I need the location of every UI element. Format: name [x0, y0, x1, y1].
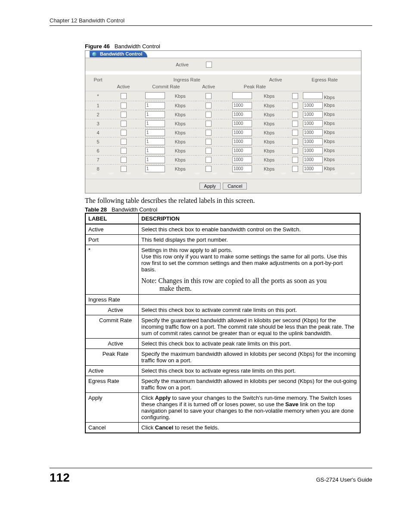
ingress-active-checkbox[interactable] — [121, 148, 127, 154]
col-port: Port — [85, 75, 111, 83]
peak-rate-input[interactable]: 1000 — [232, 165, 252, 172]
peak-rate-input[interactable] — [232, 92, 252, 99]
egress-active-checkbox[interactable] — [292, 166, 298, 172]
peak-rate-input[interactable]: 1000 — [232, 147, 252, 154]
port-row: 81Kbps1000Kbps1000 Kbps — [85, 165, 361, 174]
egress-rate-input[interactable]: 1000 — [303, 156, 323, 163]
table-caption: Table 28 Bandwidth Control — [85, 206, 372, 213]
peak-rate-input[interactable]: 1000 — [232, 111, 252, 118]
peak-rate-input[interactable]: 1000 — [232, 156, 252, 163]
ingress-active-checkbox[interactable] — [121, 93, 127, 99]
egress-active-checkbox[interactable] — [292, 93, 298, 99]
row-cancel-d: Click Cancel to reset the fields. — [139, 423, 361, 433]
port-cell: * — [85, 91, 111, 101]
peak-rate-input[interactable]: 1000 — [232, 102, 252, 109]
egress-active-checkbox[interactable] — [292, 121, 298, 127]
port-cell: 2 — [85, 110, 111, 119]
commit-rate-input[interactable]: 1 — [145, 147, 165, 154]
unit-kbps: Kbps — [174, 137, 196, 146]
tab-bandwidth-control[interactable]: Bandwidth Control — [90, 51, 147, 57]
apply-button[interactable]: Apply — [199, 183, 221, 190]
unit-kbps: Kbps — [324, 157, 335, 162]
row-egress-d: Specify the maximum bandwidth allowed in… — [139, 376, 361, 393]
peak-active-checkbox[interactable] — [206, 112, 212, 118]
commit-rate-input[interactable]: 1 — [145, 120, 165, 127]
egress-rate-input[interactable]: 1000 — [303, 102, 323, 109]
commit-rate-input[interactable]: 1 — [145, 156, 165, 163]
row-active4-d: Select this check box to activate egress… — [139, 366, 361, 376]
col-commit: Commit Rate — [136, 83, 196, 91]
global-active-row: Active — [85, 58, 361, 72]
row-cancel-l: Cancel — [85, 423, 139, 433]
egress-rate-input[interactable]: 1000 — [303, 129, 323, 136]
row-star-l: * — [85, 245, 139, 295]
port-cell: 7 — [85, 156, 111, 165]
commit-rate-input[interactable]: 1 — [145, 111, 165, 118]
egress-active-checkbox[interactable] — [292, 148, 298, 154]
peak-rate-input[interactable]: 1000 — [232, 138, 252, 145]
peak-active-checkbox[interactable] — [206, 166, 212, 172]
unit-kbps: Kbps — [263, 156, 288, 165]
commit-rate-input[interactable]: 1 — [145, 165, 165, 172]
egress-rate-input[interactable] — [303, 92, 323, 99]
egress-active-checkbox[interactable] — [292, 103, 298, 109]
ingress-active-checkbox[interactable] — [121, 166, 127, 172]
peak-active-checkbox[interactable] — [206, 103, 212, 109]
peak-active-checkbox[interactable] — [206, 157, 212, 163]
row-commit-l: Commit Rate — [85, 315, 139, 339]
commit-rate-input[interactable]: 1 — [145, 102, 165, 109]
row-egress-l: Egress Rate — [85, 376, 139, 393]
egress-rate-input[interactable]: 1000 — [303, 138, 323, 145]
egress-active-checkbox[interactable] — [292, 130, 298, 136]
guide-name: GS-2724 User's Guide — [316, 476, 372, 483]
ingress-active-checkbox[interactable] — [121, 139, 127, 145]
unit-kbps: Kbps — [324, 148, 335, 153]
port-row: 21Kbps1000Kbps1000 Kbps — [85, 110, 361, 119]
row-star-text: Settings in this row apply to all ports.… — [141, 247, 347, 273]
peak-active-checkbox[interactable] — [206, 121, 212, 127]
ingress-active-checkbox[interactable] — [121, 103, 127, 109]
port-row: 61Kbps1000Kbps1000 Kbps — [85, 146, 361, 156]
ingress-active-checkbox[interactable] — [121, 157, 127, 163]
unit-kbps: Kbps — [263, 101, 288, 110]
unit-kbps: Kbps — [324, 103, 335, 108]
egress-rate-input[interactable]: 1000 — [303, 147, 323, 154]
egress-active-checkbox[interactable] — [292, 112, 298, 118]
egress-rate-input[interactable]: 1000 — [303, 120, 323, 127]
peak-active-checkbox[interactable] — [206, 148, 212, 154]
egress-active-checkbox[interactable] — [292, 139, 298, 145]
unit-kbps: Kbps — [324, 139, 335, 144]
peak-active-checkbox[interactable] — [206, 139, 212, 145]
cancel-button[interactable]: Cancel — [223, 183, 247, 190]
row-apply-l: Apply — [85, 393, 139, 423]
global-active-checkbox[interactable] — [206, 62, 212, 68]
peak-rate-input[interactable]: 1000 — [232, 129, 252, 136]
egress-rate-input[interactable]: 1000 — [303, 111, 323, 118]
commit-rate-input[interactable]: 1 — [145, 129, 165, 136]
peak-active-checkbox[interactable] — [206, 130, 212, 136]
torn-edge — [85, 173, 361, 179]
port-row: 31Kbps1000Kbps1000 Kbps — [85, 119, 361, 128]
row-peak-d: Specify the maximum bandwidth allowed in… — [139, 349, 361, 366]
unit-kbps: Kbps — [263, 91, 288, 101]
row-active4-l: Active — [85, 366, 139, 376]
page-number: 112 — [50, 471, 70, 485]
ingress-active-checkbox[interactable] — [121, 112, 127, 118]
row-ingress-l: Ingress Rate — [85, 295, 139, 305]
commit-rate-input[interactable] — [145, 92, 165, 99]
egress-rate-input[interactable]: 1000 — [303, 165, 323, 172]
unit-kbps: Kbps — [324, 95, 335, 100]
port-row: 71Kbps1000Kbps1000 Kbps — [85, 156, 361, 165]
peak-rate-input[interactable]: 1000 — [232, 120, 252, 127]
commit-rate-input[interactable]: 1 — [145, 138, 165, 145]
port-cell: 1 — [85, 101, 111, 110]
unit-kbps: Kbps — [263, 165, 288, 174]
intro-text: The following table describes the relate… — [85, 197, 372, 205]
egress-active-checkbox[interactable] — [292, 157, 298, 163]
ingress-active-checkbox[interactable] — [121, 121, 127, 127]
unit-kbps: Kbps — [263, 119, 288, 128]
ingress-active-checkbox[interactable] — [121, 130, 127, 136]
unit-kbps: Kbps — [174, 119, 196, 128]
global-active-label: Active — [85, 62, 206, 67]
peak-active-checkbox[interactable] — [206, 93, 212, 99]
